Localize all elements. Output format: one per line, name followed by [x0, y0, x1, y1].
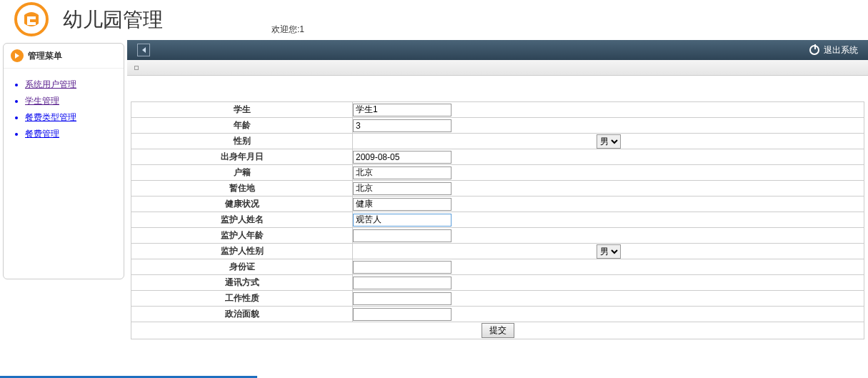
collapse-sidebar-icon[interactable]: [137, 44, 150, 56]
menu-item-1[interactable]: 学生管理: [25, 96, 59, 106]
sub-toolbar: [127, 60, 868, 76]
input-暂住地[interactable]: [353, 182, 452, 195]
logo-icon: [14, 2, 49, 39]
form-value-cell: [353, 197, 864, 212]
form-row: 户籍: [131, 165, 864, 181]
form-label: 年龄: [131, 118, 353, 134]
form-value-cell: [353, 102, 864, 118]
input-出身年月日[interactable]: [353, 151, 452, 164]
form-row: 政治面貌: [131, 307, 864, 322]
sub-toolbar-handle-icon: [134, 66, 139, 70]
form-value-cell: [353, 165, 864, 181]
input-学生[interactable]: [353, 104, 452, 116]
form-value-cell: [353, 118, 864, 134]
submit-button[interactable]: 提交: [482, 323, 514, 338]
form-row: 身份证: [131, 259, 864, 275]
form-table: 学生年龄性别男出身年月日户籍暂住地健康状况监护人姓名监护人年龄监护人性别男身份证…: [131, 101, 864, 339]
app-title: 幼儿园管理: [63, 6, 163, 34]
form-row: 暂住地: [131, 181, 864, 197]
input-年龄[interactable]: [353, 119, 452, 132]
sidebar-title: 管理菜单: [28, 50, 62, 62]
submit-row: 提交: [131, 322, 864, 339]
form-value-cell: [353, 212, 864, 228]
select-监护人性别[interactable]: 男: [597, 244, 621, 259]
form-value-cell: [353, 149, 864, 165]
top-toolbar: 退出系统: [127, 40, 868, 60]
form-label: 监护人年龄: [131, 228, 353, 244]
logout-label: 退出系统: [824, 44, 858, 56]
sidebar-header: 管理菜单: [4, 44, 124, 69]
form-label: 身份证: [131, 259, 353, 275]
form-value-cell: 男: [353, 134, 864, 149]
form-row: 年龄: [131, 118, 864, 134]
arrow-right-icon: [11, 49, 24, 62]
form-row: 出身年月日: [131, 149, 864, 165]
input-身份证[interactable]: [353, 261, 452, 274]
sidebar: 管理菜单 系统用户管理学生管理餐费类型管理餐费管理: [3, 43, 124, 279]
menu-list: 系统用户管理学生管理餐费类型管理餐费管理: [4, 69, 124, 150]
form-body: 学生年龄性别男出身年月日户籍暂住地健康状况监护人姓名监护人年龄监护人性别男身份证…: [131, 102, 864, 339]
form-row: 健康状况: [131, 197, 864, 212]
form-label: 健康状况: [131, 197, 353, 212]
select-性别[interactable]: 男: [597, 134, 621, 149]
page-header: 幼儿园管理 欢迎您:1: [0, 0, 868, 40]
input-通讯方式[interactable]: [353, 277, 452, 289]
form-row: 性别男: [131, 134, 864, 149]
form-label: 学生: [131, 102, 353, 118]
form-label: 监护人姓名: [131, 212, 353, 228]
form-label: 工作性质: [131, 291, 353, 307]
welcome-text: 欢迎您:1: [271, 24, 304, 36]
input-健康状况[interactable]: [353, 198, 452, 211]
form-row: 监护人姓名: [131, 212, 864, 228]
form-value-cell: 男: [353, 244, 864, 259]
input-政治面貌[interactable]: [353, 308, 452, 321]
form-label: 户籍: [131, 165, 353, 181]
menu-item-0[interactable]: 系统用户管理: [25, 79, 76, 89]
form-value-cell: [353, 181, 864, 197]
form-row: 工作性质: [131, 291, 864, 307]
input-监护人年龄[interactable]: [353, 229, 452, 242]
form-value-cell: [353, 259, 864, 275]
form-label: 监护人性别: [131, 244, 353, 259]
input-监护人姓名[interactable]: [353, 214, 452, 227]
form-value-cell: [353, 307, 864, 322]
form-value-cell: [353, 228, 864, 244]
form-row: 监护人年龄: [131, 228, 864, 244]
form-label: 通讯方式: [131, 275, 353, 291]
menu-item-3[interactable]: 餐费管理: [25, 129, 59, 139]
form-row: 学生: [131, 102, 864, 118]
power-icon: [809, 45, 819, 55]
input-户籍[interactable]: [353, 166, 452, 179]
input-工作性质[interactable]: [353, 292, 452, 305]
menu-item-2[interactable]: 餐费类型管理: [25, 112, 76, 122]
form-value-cell: [353, 291, 864, 307]
form-label: 政治面貌: [131, 307, 353, 322]
form-row: 通讯方式: [131, 275, 864, 291]
form-row: 监护人性别男: [131, 244, 864, 259]
logout-button[interactable]: 退出系统: [809, 44, 858, 56]
content-area: 退出系统 学生年龄性别男出身年月日户籍暂住地健康状况监护人姓名监护人年龄监护人性…: [127, 40, 868, 339]
form-label: 出身年月日: [131, 149, 353, 165]
form-value-cell: [353, 275, 864, 291]
form-label: 性别: [131, 134, 353, 149]
form-label: 暂住地: [131, 181, 353, 197]
